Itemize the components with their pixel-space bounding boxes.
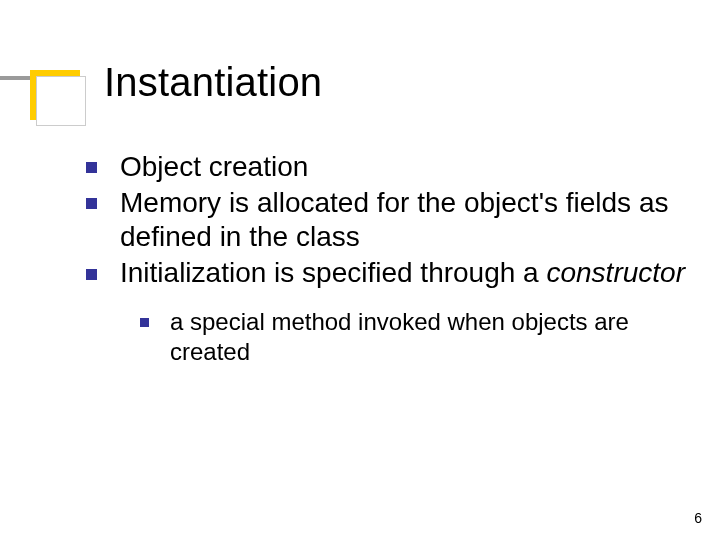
decoration-square-white (36, 76, 86, 126)
bullet-item-2: Memory is allocated for the object's fie… (86, 186, 690, 254)
square-bullet-icon (86, 269, 97, 280)
square-bullet-icon (86, 198, 97, 209)
sub-bullet-item-1: a special method invoked when objects ar… (140, 307, 690, 367)
bullet-text: Object creation (120, 151, 308, 182)
slide-title: Instantiation (104, 60, 322, 105)
slide-body: Object creation Memory is allocated for … (86, 150, 690, 367)
sub-bullet-text: a special method invoked when objects ar… (170, 308, 629, 365)
square-bullet-icon (86, 162, 97, 173)
bullet-item-1: Object creation (86, 150, 690, 184)
square-bullet-icon (140, 318, 149, 327)
title-decoration (0, 70, 86, 128)
bullet-text-italic: constructor (546, 257, 685, 288)
slide: Instantiation Object creation Memory is … (0, 0, 720, 540)
bullet-text: Memory is allocated for the object's fie… (120, 187, 668, 252)
bullet-text-pre: Initialization is specified through a (120, 257, 546, 288)
bullet-item-3: Initialization is specified through a co… (86, 256, 690, 290)
page-number: 6 (694, 510, 702, 526)
